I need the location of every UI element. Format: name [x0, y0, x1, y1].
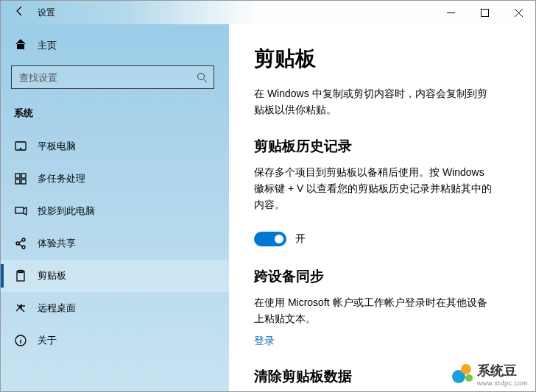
svg-rect-5: [21, 174, 26, 178]
nav-label: 平板电脑: [38, 140, 76, 153]
watermark-url: www.xtdpc.com: [477, 379, 528, 387]
nav-list: 平板电脑 多任务处理 投影到此电脑 体验共享 剪贴板: [1, 130, 229, 391]
nav-item-remote-desktop[interactable]: 远程桌面: [1, 292, 229, 324]
remote-icon: [14, 302, 27, 315]
clipboard-icon: [14, 269, 27, 282]
nav-item-tablet[interactable]: 平板电脑: [1, 130, 229, 163]
share-icon: [14, 237, 27, 250]
titlebar: 设置: [1, 1, 535, 24]
home-button[interactable]: 主页: [1, 30, 229, 61]
svg-point-3: [20, 148, 21, 149]
nav-label: 远程桌面: [38, 302, 76, 315]
svg-rect-4: [15, 174, 20, 178]
svg-rect-8: [15, 207, 24, 213]
nav-label: 体验共享: [38, 237, 76, 250]
intro-text: 在 Windows 中复制或剪切内容时，内容会复制到剪贴板以供你粘贴。: [254, 86, 497, 118]
content-panel: 剪贴板 在 Windows 中复制或剪切内容时，内容会复制到剪贴板以供你粘贴。 …: [229, 24, 535, 391]
category-label: 系统: [1, 102, 229, 130]
sync-desc: 在使用 Microsoft 帐户或工作帐户登录时在其他设备上粘贴文本。: [254, 295, 497, 327]
home-label: 主页: [38, 39, 57, 52]
history-toggle-label: 开: [295, 232, 306, 246]
back-icon[interactable]: [14, 5, 26, 20]
watermark-logo-icon: [452, 364, 473, 385]
svg-rect-0: [481, 9, 488, 16]
svg-point-10: [22, 238, 25, 241]
nav-label: 投影到此电脑: [38, 204, 95, 218]
watermark-brand: 系统豆: [477, 363, 517, 378]
page-title: 剪贴板: [254, 45, 515, 73]
about-icon: [14, 334, 27, 347]
sidebar: 主页 系统 平板电脑 多任务处理: [1, 24, 229, 391]
maximize-button[interactable]: [468, 1, 501, 24]
search-box[interactable]: [11, 65, 214, 89]
watermark: 系统豆 www.xtdpc.com: [452, 362, 528, 387]
svg-rect-6: [15, 179, 20, 184]
tablet-icon: [14, 140, 27, 153]
close-button[interactable]: [501, 1, 535, 24]
projecting-icon: [14, 204, 27, 218]
nav-item-clipboard[interactable]: 剪贴板: [1, 260, 229, 292]
search-input[interactable]: [12, 72, 190, 83]
multitasking-icon: [14, 172, 27, 185]
history-desc: 保存多个项目到剪贴板以备稍后使用。按 Windows 徽标键 + V 以查看您的…: [254, 165, 497, 213]
nav-item-multitasking[interactable]: 多任务处理: [1, 163, 229, 195]
window-title: 设置: [38, 7, 55, 19]
svg-point-1: [197, 73, 204, 79]
minimize-button[interactable]: [434, 1, 468, 24]
nav-label: 剪贴板: [38, 269, 66, 282]
nav-item-about[interactable]: 关于: [1, 324, 229, 357]
settings-window: 设置 主页: [0, 0, 536, 392]
search-icon: [190, 72, 214, 83]
history-toggle[interactable]: [254, 232, 286, 246]
history-heading: 剪贴板历史记录: [254, 137, 515, 156]
nav-item-shared-experiences[interactable]: 体验共享: [1, 227, 229, 260]
nav-label: 多任务处理: [38, 172, 85, 185]
home-icon: [14, 38, 27, 54]
sync-heading: 跨设备同步: [254, 267, 515, 286]
signin-link[interactable]: 登录: [254, 335, 275, 348]
nav-item-projecting[interactable]: 投影到此电脑: [1, 195, 229, 227]
svg-rect-7: [21, 179, 26, 184]
nav-label: 关于: [38, 334, 57, 347]
svg-point-9: [16, 242, 19, 245]
svg-point-11: [22, 246, 25, 249]
